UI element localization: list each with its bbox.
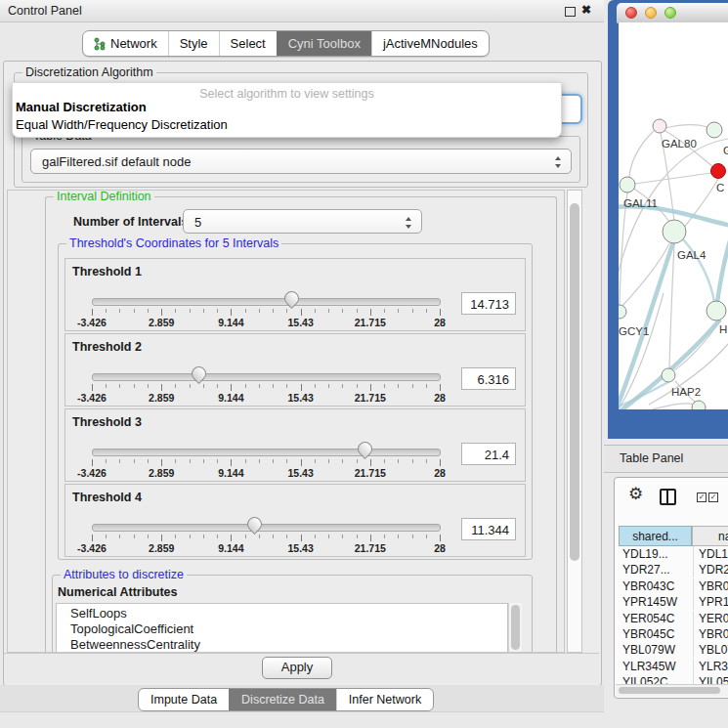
cell-shared-name: YBL079W bbox=[619, 642, 692, 658]
cell-name: YER054C bbox=[693, 611, 728, 626]
network-edge bbox=[680, 179, 718, 233]
network-node-green[interactable] bbox=[619, 305, 626, 319]
tab-bar: NetworkStyleSelectCyni ToolboxjActiveMNo… bbox=[82, 30, 490, 57]
mac-zoom-icon[interactable] bbox=[664, 7, 676, 19]
threshold-value-field[interactable]: 6.316 bbox=[461, 367, 516, 390]
tick-label: 2.859 bbox=[149, 392, 174, 404]
mac-close-icon[interactable] bbox=[625, 7, 637, 19]
attribute-item-selfloops[interactable]: SelfLoops bbox=[57, 606, 507, 621]
network-node-green[interactable] bbox=[663, 220, 686, 243]
threshold-value-field[interactable]: 14.713 bbox=[461, 292, 516, 315]
tab-infer-network[interactable]: Infer Network bbox=[336, 689, 433, 710]
slider-ticks bbox=[92, 459, 440, 467]
column-header-shared-name[interactable]: shared... bbox=[619, 526, 692, 546]
tab-label: Network bbox=[110, 36, 157, 51]
table-row[interactable]: YER054CYER054C bbox=[619, 611, 728, 626]
network-node-green[interactable] bbox=[692, 401, 706, 409]
popup-option-equal-width-frequency[interactable]: Equal Width/Frequency Discretization bbox=[16, 117, 228, 132]
attribute-item-betweennesscentrality[interactable]: BetweennessCentrality bbox=[57, 637, 507, 653]
number-of-intervals-combobox[interactable]: 5 bbox=[183, 209, 422, 234]
column-header-name[interactable]: name bbox=[692, 526, 728, 546]
settings-gear-icon[interactable]: ⚙ bbox=[628, 484, 643, 504]
checkbox-icon[interactable]: ✓ bbox=[697, 492, 707, 502]
tab-style[interactable]: Style bbox=[168, 31, 219, 56]
settings-vertical-scrollbar[interactable] bbox=[567, 190, 582, 653]
threshold-1-box: Threshold 1-3.4262.8599.14415.4321.71528… bbox=[64, 258, 526, 331]
table-panel: ⚙ ✓ ✓ shared... name YDL19...YDL19...YDR… bbox=[614, 477, 728, 699]
table-row[interactable]: YDR27...YDR27... bbox=[619, 562, 728, 578]
network-node-green[interactable] bbox=[707, 301, 726, 321]
cell-name: YDR27... bbox=[693, 562, 728, 578]
thresholds-title: Threshold's Coordinates for 5 Intervals bbox=[66, 236, 281, 250]
threshold-slider-track[interactable] bbox=[92, 524, 441, 532]
checkbox-icon[interactable]: ✓ bbox=[708, 492, 718, 502]
table-horizontal-scrollbar[interactable] bbox=[616, 684, 728, 697]
threshold-value-field[interactable]: 21.4 bbox=[461, 443, 516, 465]
column-layout-icon[interactable] bbox=[660, 489, 676, 505]
cell-shared-name: YBR045C bbox=[619, 626, 692, 642]
tab-label: Discretize Data bbox=[241, 693, 324, 707]
tick-label: 15.43 bbox=[287, 317, 313, 328]
numerical-attributes-list[interactable]: SelfLoopsTopologicalCoefficientBetweenne… bbox=[56, 603, 508, 653]
float-window-icon[interactable] bbox=[565, 7, 576, 17]
table-row[interactable]: YBR043CYBR043C bbox=[619, 578, 728, 594]
threshold-slider-track[interactable] bbox=[92, 449, 441, 456]
table-row[interactable]: YBR045CYBR045C bbox=[619, 626, 728, 642]
table-data-combobox[interactable]: galFiltered.sif default node bbox=[30, 149, 572, 174]
threshold-slider-track[interactable] bbox=[92, 298, 441, 306]
network-edge bbox=[629, 131, 654, 177]
threshold-value-field[interactable]: 11.344 bbox=[461, 518, 516, 540]
cell-shared-name: YER054C bbox=[619, 611, 692, 626]
threshold-slider-track[interactable] bbox=[92, 373, 441, 381]
tab-cyni-toolbox[interactable]: Cyni Toolbox bbox=[277, 31, 371, 56]
cell-name: YDL19... bbox=[693, 546, 728, 562]
cell-name: YLR345W bbox=[693, 659, 728, 674]
network-edge bbox=[635, 173, 711, 184]
tick-label: -3.426 bbox=[77, 467, 107, 479]
popup-hint: Select algorithm to view settings bbox=[13, 87, 561, 101]
tab-network[interactable]: Network bbox=[83, 31, 168, 56]
tick-label: 9.144 bbox=[218, 467, 243, 479]
close-icon[interactable]: ✖ bbox=[581, 3, 591, 17]
table-row[interactable]: YPR145WYPR145W bbox=[619, 594, 728, 610]
tick-label: 28 bbox=[434, 467, 446, 479]
network-node-green[interactable] bbox=[620, 177, 635, 193]
control-panel-titlebar: Control Panel ✖ bbox=[0, 0, 604, 22]
node-label-gal4: GAL4 bbox=[677, 249, 707, 261]
network-graph-icon bbox=[94, 37, 106, 51]
tab-impute-data[interactable]: Impute Data bbox=[139, 689, 229, 710]
threshold-4-box: Threshold 4-3.4262.8599.14415.4321.71528… bbox=[64, 484, 526, 557]
network-node-green[interactable] bbox=[707, 122, 722, 138]
attributes-list-scrollbar[interactable] bbox=[508, 603, 522, 653]
cell-name: YPR145W bbox=[693, 594, 728, 610]
network-node-red[interactable] bbox=[711, 164, 726, 179]
panel-title: Control Panel bbox=[8, 4, 82, 18]
tick-label: 9.144 bbox=[218, 317, 243, 328]
table-row[interactable]: YBL079WYBL079W bbox=[619, 642, 728, 658]
tab-discretize-data[interactable]: Discretize Data bbox=[229, 689, 336, 710]
table-row[interactable]: YLR345WYLR345W bbox=[619, 659, 728, 674]
slider-tick-labels: -3.4262.8599.14415.4321.71528 bbox=[92, 467, 440, 478]
network-edge bbox=[665, 125, 707, 128]
table-data-group: Table Data galFiltered.sif default node bbox=[21, 136, 580, 183]
cell-name: YBR043C bbox=[693, 578, 728, 594]
table-row[interactable]: YDL19...YDL19... bbox=[619, 546, 728, 562]
combo-stepper-icon bbox=[406, 216, 412, 230]
tick-label: 28 bbox=[434, 317, 446, 328]
interval-definition-group: Interval Definition Number of Intervals … bbox=[45, 196, 557, 653]
mac-minimize-icon[interactable] bbox=[645, 7, 657, 19]
apply-button[interactable]: Apply bbox=[262, 657, 332, 679]
attribute-item-topologicalcoefficient[interactable]: TopologicalCoefficient bbox=[57, 621, 507, 637]
tick-label: 21.715 bbox=[355, 392, 386, 404]
network-node-green[interactable] bbox=[662, 368, 675, 382]
node-label-h: H bbox=[719, 323, 727, 335]
tab-select[interactable]: Select bbox=[219, 31, 277, 56]
network-edge bbox=[620, 193, 627, 305]
table-data-selected: galFiltered.sif default node bbox=[42, 154, 191, 169]
popup-option-manual-discretization[interactable]: Manual Discretization bbox=[16, 100, 147, 114]
slider-ticks bbox=[92, 535, 440, 542]
thresholds-group: Threshold's Coordinates for 5 Intervals … bbox=[58, 243, 533, 560]
network-canvas[interactable]: GAL80GAL11GAL4GCY1HAP2GACH bbox=[619, 22, 728, 409]
network-node-pink[interactable] bbox=[653, 119, 666, 133]
tab-jactivemnodules[interactable]: jActiveMNodules bbox=[371, 31, 489, 56]
